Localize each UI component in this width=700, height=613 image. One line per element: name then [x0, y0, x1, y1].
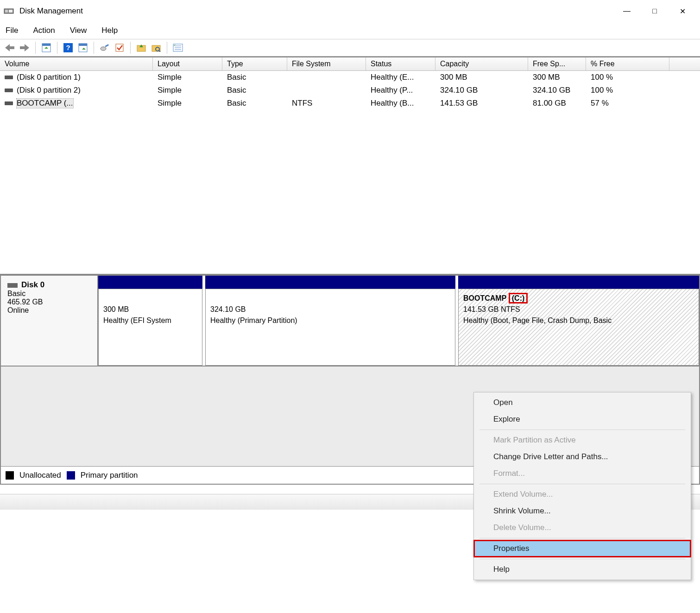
svg-rect-6: [42, 44, 50, 46]
volume-fs: NTFS: [287, 98, 366, 109]
ctx-shrink-volume[interactable]: Shrink Volume...: [474, 503, 691, 519]
legend-swatch-primary: [67, 471, 75, 480]
console-tree-icon[interactable]: [77, 42, 89, 54]
volume-status: Healthy (B...: [366, 98, 435, 109]
volume-fs: [287, 85, 366, 96]
menu-file[interactable]: File: [4, 24, 20, 37]
menu-view[interactable]: View: [68, 24, 89, 37]
column-file-system[interactable]: File System: [287, 57, 366, 70]
ctx-open[interactable]: Open: [474, 394, 691, 411]
partition-size: 141.53 GB NTFS: [463, 304, 694, 315]
ctx-separator: [479, 538, 685, 538]
legend-swatch-unallocated: [6, 471, 14, 480]
column-type[interactable]: Type: [222, 57, 287, 70]
partition-header: [458, 276, 699, 289]
svg-marker-7: [44, 47, 48, 49]
volume-status: Healthy (P...: [366, 85, 435, 96]
ctx-change-letter[interactable]: Change Drive Letter and Paths...: [474, 449, 691, 465]
column-status[interactable]: Status: [366, 57, 435, 70]
checkbox-icon[interactable]: [114, 42, 126, 54]
partition-bootcamp[interactable]: BOOTCAMP (C:) 141.53 GB NTFS Healthy (Bo…: [458, 276, 699, 366]
partition-size: 300 MB: [103, 304, 197, 315]
volume-free: 324.10 GB: [528, 85, 586, 96]
svg-marker-12: [82, 48, 86, 50]
svg-text:?: ?: [66, 44, 70, 51]
volume-type: Basic: [222, 85, 287, 96]
partition-header: [205, 276, 455, 289]
folder-search-icon[interactable]: [150, 42, 162, 54]
title-bar: Disk Management — □ ✕: [0, 0, 700, 22]
minimize-button[interactable]: —: [613, 2, 641, 20]
partition[interactable]: 300 MB Healthy (EFI System: [98, 276, 202, 366]
ctx-mark-active: Mark Partition as Active: [474, 432, 691, 449]
volume-name: (Disk 0 partition 2): [17, 86, 81, 95]
disk-state: Online: [7, 306, 91, 315]
volume-free: 81.00 GB: [528, 98, 586, 109]
ctx-extend-volume: Extend Volume...: [474, 486, 691, 503]
menu-bar: File Action View Help: [0, 22, 700, 39]
legend-primary: Primary partition: [81, 471, 138, 480]
partition-size: 324.10 GB: [210, 304, 450, 315]
partition-status: Healthy (Boot, Page File, Crash Dump, Ba…: [463, 315, 694, 326]
disk-size: 465.92 GB: [7, 298, 91, 306]
volume-fs: [287, 72, 366, 83]
partition-header: [98, 276, 202, 289]
volume-icon: [5, 88, 13, 92]
column-layout[interactable]: Layout: [153, 57, 222, 70]
partition[interactable]: 324.10 GB Healthy (Primary Partition): [205, 276, 455, 366]
ctx-help[interactable]: Help: [474, 561, 691, 578]
volume-layout: Simple: [153, 72, 222, 83]
column-pct-free[interactable]: % Free: [586, 57, 669, 70]
volume-cap: 324.10 GB: [435, 85, 528, 96]
volume-name: (Disk 0 partition 1): [17, 73, 81, 82]
volume-layout: Simple: [153, 85, 222, 96]
settings-icon[interactable]: [99, 42, 111, 54]
ctx-separator: [479, 559, 685, 559]
svg-rect-15: [116, 44, 123, 51]
svg-rect-2: [9, 10, 13, 13]
help-icon[interactable]: ?: [62, 42, 74, 54]
disk-type: Basic: [7, 290, 91, 298]
ctx-delete-volume: Delete Volume...: [474, 519, 691, 536]
partition-status: Healthy (EFI System: [103, 315, 197, 326]
volume-list-header: Volume Layout Type File System Status Ca…: [0, 57, 700, 71]
menu-action[interactable]: Action: [31, 24, 57, 37]
back-icon[interactable]: [4, 42, 16, 54]
disk-label[interactable]: Disk 0 Basic 465.92 GB Online: [1, 276, 98, 366]
show-hide-icon[interactable]: [40, 42, 52, 54]
ctx-properties[interactable]: Properties: [474, 540, 691, 557]
volume-type: Basic: [222, 72, 287, 83]
legend-unallocated: Unallocated: [19, 471, 61, 480]
volume-list[interactable]: (Disk 0 partition 1) Simple Basic Health…: [0, 71, 700, 275]
ctx-separator: [479, 484, 685, 484]
menu-help[interactable]: Help: [100, 24, 120, 37]
ctx-format: Format...: [474, 465, 691, 482]
volume-type: Basic: [222, 98, 287, 109]
disk-icon: [7, 283, 18, 288]
toolbar: ?: [0, 39, 700, 57]
forward-icon[interactable]: [19, 42, 31, 54]
volume-icon: [5, 76, 13, 79]
app-icon: [4, 6, 14, 16]
partition-title: BOOTCAMP: [463, 294, 506, 302]
context-menu: Open Explore Mark Partition as Active Ch…: [473, 392, 691, 580]
maximize-button[interactable]: □: [641, 2, 668, 20]
volume-cap: 300 MB: [435, 72, 528, 83]
volume-row[interactable]: (Disk 0 partition 2) Simple Basic Health…: [0, 84, 700, 97]
volume-row[interactable]: (Disk 0 partition 1) Simple Basic Health…: [0, 71, 700, 84]
ctx-explore[interactable]: Explore: [474, 411, 691, 428]
column-capacity[interactable]: Capacity: [435, 57, 528, 70]
folder-up-icon[interactable]: [135, 42, 147, 54]
volume-free: 300 MB: [528, 72, 586, 83]
ctx-separator: [479, 430, 685, 430]
partition-status: Healthy (Primary Partition): [210, 315, 450, 326]
column-free-space[interactable]: Free Sp...: [528, 57, 586, 70]
svg-rect-11: [79, 44, 87, 46]
disk-row: Disk 0 Basic 465.92 GB Online 300 MB Hea…: [0, 275, 700, 367]
volume-pct: 100 %: [586, 85, 669, 96]
list-icon[interactable]: [172, 42, 184, 54]
close-button[interactable]: ✕: [668, 2, 696, 20]
volume-layout: Simple: [153, 98, 222, 109]
volume-row[interactable]: BOOTCAMP (... Simple Basic NTFS Healthy …: [0, 97, 700, 110]
column-volume[interactable]: Volume: [0, 57, 153, 70]
